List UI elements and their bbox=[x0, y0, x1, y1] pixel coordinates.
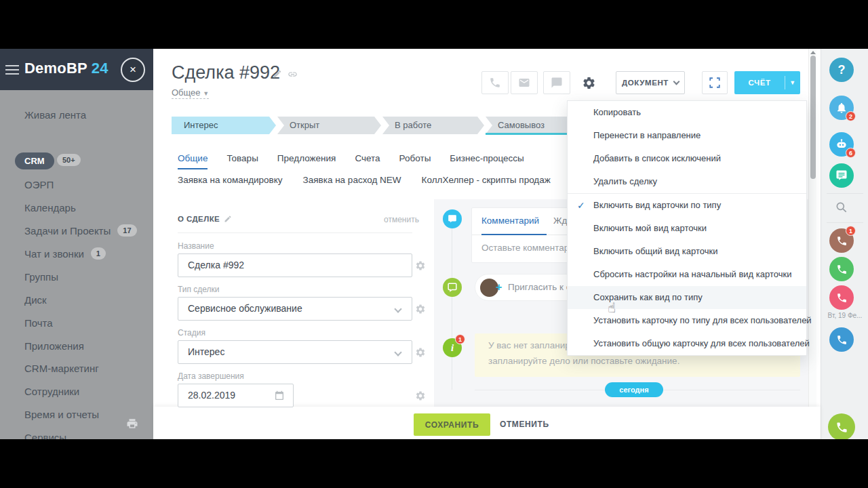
menu-item-move-to-pipeline[interactable]: Перенести в направление bbox=[568, 124, 806, 147]
search-button[interactable] bbox=[829, 195, 854, 220]
notifications-counter-badge: 2 bbox=[846, 111, 856, 121]
save-button[interactable]: СОХРАНИТЬ bbox=[414, 413, 490, 436]
chat-counter-badge: 1 bbox=[91, 247, 106, 260]
timeline-tab-comment[interactable]: Комментарий bbox=[481, 216, 539, 226]
call-button[interactable] bbox=[481, 71, 509, 94]
fullscreen-button[interactable] bbox=[702, 71, 728, 94]
left-sidebar: DemoBP 24 × Живая лента CRM 50+ ОЭРП Кал… bbox=[0, 49, 153, 439]
scrollbar-thumb[interactable] bbox=[810, 56, 816, 179]
menu-item-enable-my-card-view[interactable]: Включить мой вид карточки bbox=[568, 217, 806, 240]
printer-icon[interactable] bbox=[126, 418, 138, 430]
category-selector[interactable]: Общее ▼ bbox=[172, 87, 209, 99]
sidebar-item-apps[interactable]: Приложения bbox=[24, 338, 84, 354]
sidebar-item-tasks[interactable]: Задачи и Проекты17 bbox=[24, 223, 137, 239]
timeline-tab-wait[interactable]: Жд bbox=[553, 216, 567, 226]
tab-robots[interactable]: Роботы bbox=[399, 153, 431, 169]
call-green-button[interactable] bbox=[829, 257, 854, 281]
field-settings-gear-icon[interactable] bbox=[415, 347, 426, 358]
menu-item-enable-common-card-view[interactable]: Включить общий вид карточки bbox=[568, 240, 806, 263]
timeline-connector-line bbox=[452, 225, 452, 390]
form-section-title: О СДЕЛКЕ bbox=[178, 215, 220, 223]
tab-business-processes[interactable]: Бизнес-процессы bbox=[450, 153, 524, 169]
edit-section-pencil-icon[interactable] bbox=[224, 215, 232, 223]
menu-item-delete-deal[interactable]: Удалить сделку bbox=[568, 170, 806, 193]
card-settings-gear-button[interactable] bbox=[582, 76, 597, 91]
bot-counter-badge: 6 bbox=[846, 148, 856, 158]
chat-button[interactable] bbox=[543, 71, 570, 94]
sidebar-item-disk[interactable]: Диск bbox=[24, 292, 47, 308]
tab-callhelper[interactable]: КоллХелпер - скрипты продаж bbox=[422, 175, 551, 190]
menu-item-reset-card-settings[interactable]: Сбросить настройки на начальный вид карт… bbox=[568, 263, 806, 286]
tab-general[interactable]: Общие bbox=[178, 153, 208, 169]
sidebar-item-calendar[interactable]: Календарь bbox=[24, 200, 76, 216]
sidebar-item-groups[interactable]: Группы bbox=[24, 269, 58, 285]
stage-segment-open[interactable]: Открыт bbox=[277, 117, 381, 134]
sidebar-item-crm[interactable]: CRM bbox=[15, 152, 54, 169]
sidebar-item-time-reports[interactable]: Время и отчеты bbox=[24, 407, 99, 423]
plus-icon: + bbox=[496, 281, 502, 293]
envelope-icon bbox=[518, 77, 530, 89]
call-blue-button[interactable] bbox=[829, 327, 854, 352]
deal-name-input[interactable]: Сделка #992 bbox=[178, 253, 412, 277]
page-title: Сделка #992 bbox=[172, 62, 280, 83]
chat-timeline-icon bbox=[443, 278, 462, 297]
deal-type-select[interactable]: Сервисное обслуживание bbox=[178, 297, 412, 321]
call-counter-badge: 1 bbox=[846, 226, 856, 236]
close-date-input[interactable]: 28.02.2019 bbox=[178, 384, 294, 407]
calendar-icon[interactable] bbox=[274, 390, 285, 401]
section-divider bbox=[178, 232, 412, 233]
menu-item-save-as-view-by-type[interactable]: Сохранить как вид по типу bbox=[568, 286, 806, 309]
chat-bubble-icon bbox=[551, 77, 563, 89]
field-settings-gear-icon[interactable] bbox=[415, 390, 426, 401]
field-label-close-date: Дата завершения bbox=[178, 371, 244, 381]
document-button[interactable]: ДОКУМЕНТ bbox=[616, 71, 685, 94]
menu-item-set-common-card-all-users[interactable]: Установить общую карточку для всех польз… bbox=[568, 332, 806, 355]
sidebar-item-chat-calls[interactable]: Чат и звонки1 bbox=[24, 246, 106, 262]
field-settings-gear-icon[interactable] bbox=[415, 260, 426, 271]
scrollbar-up-arrow-icon[interactable] bbox=[810, 51, 816, 54]
tab-trip-request[interactable]: Заявка на командировку bbox=[178, 175, 283, 190]
email-button[interactable] bbox=[511, 71, 538, 94]
sidebar-item-live-feed[interactable]: Живая лента bbox=[24, 107, 86, 123]
vertical-scrollbar[interactable] bbox=[808, 49, 816, 439]
stage-segment-interest[interactable]: Интерес bbox=[172, 117, 276, 134]
tab-quotes[interactable]: Предложения bbox=[277, 153, 336, 169]
telephony-button[interactable] bbox=[828, 413, 855, 439]
form-cancel-link[interactable]: отменить bbox=[384, 215, 419, 224]
sidebar-item-crm-marketing[interactable]: CRM-маркетинг bbox=[24, 361, 99, 377]
today-badge[interactable]: сегодня bbox=[605, 382, 663, 397]
tab-invoices[interactable]: Счета bbox=[355, 153, 380, 169]
sidebar-item-mail[interactable]: Почта bbox=[24, 315, 53, 331]
call-pink-button[interactable] bbox=[829, 285, 854, 310]
edit-title-pencil-icon[interactable] bbox=[273, 69, 282, 79]
menu-item-add-to-exceptions[interactable]: Добавить в список исключений bbox=[568, 147, 806, 170]
sidebar-logo-bar: DemoBP 24 × bbox=[0, 49, 153, 90]
close-icon[interactable]: × bbox=[121, 58, 145, 82]
tab-expense-request[interactable]: Заявка на расход NEW bbox=[303, 175, 401, 190]
content-tabs-row1: Общие Товары Предложения Счета Роботы Би… bbox=[178, 153, 524, 169]
sidebar-item-employees[interactable]: Сотрудники bbox=[24, 384, 79, 400]
caret-down-icon[interactable]: ▼ bbox=[785, 79, 800, 86]
app-logo[interactable]: DemoBP 24 bbox=[24, 60, 108, 77]
copy-link-icon[interactable] bbox=[288, 69, 298, 79]
right-icon-rail: ? 2 6 1 bbox=[821, 49, 868, 439]
help-button[interactable]: ? bbox=[829, 58, 854, 82]
stage-segment-in-progress[interactable]: В работе bbox=[382, 117, 484, 134]
open-lines-chat-button[interactable] bbox=[829, 163, 854, 188]
invoice-button[interactable]: СЧЁТ ▼ bbox=[734, 71, 800, 94]
menu-item-enable-card-by-type[interactable]: ✓Включить вид карточки по типу bbox=[568, 194, 806, 217]
chat-outline-icon bbox=[448, 283, 457, 292]
tasks-counter-badge: 17 bbox=[117, 224, 136, 237]
menu-item-set-card-by-type-all-users[interactable]: Установить карточку по типу для всех пол… bbox=[568, 309, 806, 332]
cancel-button[interactable]: ОТМЕНИТЬ bbox=[500, 413, 549, 436]
field-settings-gear-icon[interactable] bbox=[415, 304, 426, 314]
logo-name: DemoBP bbox=[24, 60, 87, 77]
stage-select[interactable]: Интерес bbox=[178, 340, 412, 364]
comment-input-placeholder[interactable]: Оставьте комментарий bbox=[481, 243, 579, 253]
invite-label: Пригласить к о bbox=[508, 282, 571, 292]
menu-item-copy[interactable]: Копировать bbox=[568, 101, 806, 124]
sidebar-item-oerp[interactable]: ОЭРП bbox=[24, 177, 54, 193]
tab-products[interactable]: Товары bbox=[226, 153, 258, 169]
sidebar-item-services[interactable]: Сервисы bbox=[24, 430, 66, 439]
bell-icon bbox=[835, 102, 848, 114]
